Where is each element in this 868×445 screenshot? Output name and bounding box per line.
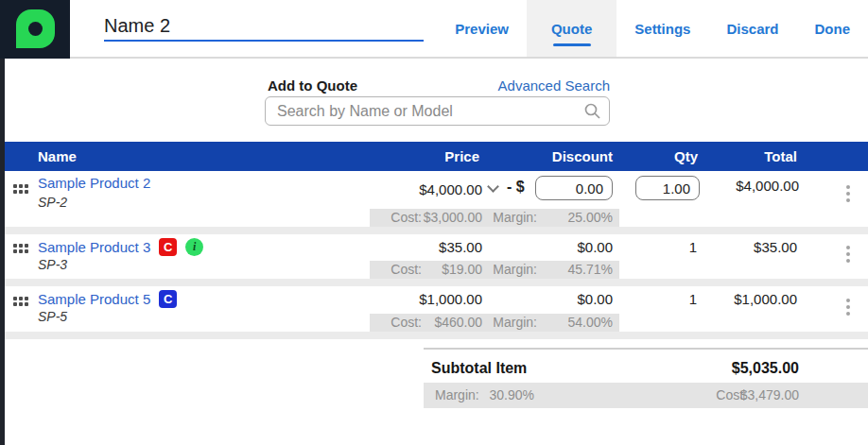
product-model: SP-2 xyxy=(38,195,67,210)
cost-value: $19.00 xyxy=(442,261,482,279)
app-logo-icon xyxy=(16,9,55,48)
search-icon xyxy=(584,103,600,119)
discount-input[interactable] xyxy=(535,176,613,200)
subtotal-cost-margin-band: Margin: 30.90% Cost: $3,479.00 xyxy=(424,383,868,408)
row-divider xyxy=(5,279,868,286)
tab-preview[interactable]: Preview xyxy=(437,0,527,57)
row-menu-icon[interactable] xyxy=(844,183,852,204)
cost-margin-band: Cost: $3,000.00 Margin: 25.00% xyxy=(370,209,619,227)
column-header-price: Price xyxy=(444,142,479,171)
configurable-badge[interactable]: C xyxy=(159,290,177,308)
drag-handle-icon[interactable] xyxy=(13,184,28,194)
advanced-search-link[interactable]: Advanced Search xyxy=(498,77,610,94)
subtotal-margin-value: 30.90% xyxy=(490,383,534,408)
table-row: Sample Product 3 C i SP-3 $35.00 $0.00 1… xyxy=(0,234,868,279)
table-row: Sample Product 2 SP-2 $4,000.00 - $ $4,0… xyxy=(0,171,868,227)
qty-input[interactable] xyxy=(635,176,700,200)
column-header-total: Total xyxy=(764,142,797,171)
add-to-quote-label: Add to Quote xyxy=(268,77,357,94)
row-divider xyxy=(5,227,868,234)
row-divider xyxy=(5,332,868,339)
drag-handle-icon[interactable] xyxy=(13,297,28,306)
quote-name-input[interactable] xyxy=(104,11,424,42)
margin-value: 25.00% xyxy=(568,209,613,227)
discount-value: $0.00 xyxy=(577,291,613,307)
margin-value: 54.00% xyxy=(568,314,613,332)
info-icon[interactable]: i xyxy=(185,238,203,256)
tab-done[interactable]: Done xyxy=(797,0,868,57)
tab-quote[interactable]: Quote xyxy=(527,0,616,57)
discount-prefix: - $ xyxy=(507,179,525,196)
header-tabs: Preview Quote Settings Discard Done xyxy=(437,0,868,57)
subtotal-total: $5,035.00 xyxy=(732,360,799,377)
price-value: $4,000.00 xyxy=(419,181,482,197)
discount-value: $0.00 xyxy=(577,239,613,255)
product-search xyxy=(265,96,610,126)
cost-margin-band: Cost: $460.00 Margin: 54.00% xyxy=(370,314,619,332)
subtotal-margin-label: Margin: xyxy=(435,383,479,408)
column-header-discount: Discount xyxy=(552,142,613,171)
margin-label: Margin: xyxy=(493,209,537,227)
left-edge-strip xyxy=(0,59,5,445)
subtotal-divider xyxy=(424,348,868,350)
price-value: $1,000.00 xyxy=(419,291,482,307)
table-header: Name Price Discount Qty Total xyxy=(0,142,868,171)
total-value: $4,000.00 xyxy=(736,178,799,194)
margin-label: Margin: xyxy=(493,314,537,332)
cost-label: Cost: xyxy=(391,261,422,279)
product-link[interactable]: Sample Product 3 xyxy=(38,239,150,255)
cost-value: $3,000.00 xyxy=(424,209,482,227)
tab-settings[interactable]: Settings xyxy=(616,0,708,57)
drag-handle-icon[interactable] xyxy=(13,244,28,253)
row-menu-icon[interactable] xyxy=(844,244,852,265)
row-menu-icon[interactable] xyxy=(844,297,852,317)
quote-editor-page: Preview Quote Settings Discard Done Add … xyxy=(0,0,868,445)
product-link[interactable]: Sample Product 2 xyxy=(38,175,150,191)
top-bar: Preview Quote Settings Discard Done xyxy=(0,0,868,59)
tab-discard[interactable]: Discard xyxy=(708,0,796,57)
product-model: SP-3 xyxy=(38,257,67,272)
active-tab-underline xyxy=(553,43,591,46)
margin-value: 45.71% xyxy=(568,261,613,279)
qty-value: 1 xyxy=(689,291,697,307)
total-value: $35.00 xyxy=(754,239,797,255)
total-value: $1,000.00 xyxy=(734,291,797,307)
configurable-badge[interactable]: C xyxy=(159,238,177,256)
column-header-name: Name xyxy=(38,142,77,171)
table-row: Sample Product 5 C SP-5 $1,000.00 $0.00 … xyxy=(0,286,868,332)
qty-value: 1 xyxy=(689,239,697,255)
margin-label: Margin: xyxy=(493,261,537,279)
product-model: SP-5 xyxy=(38,309,67,324)
app-logo[interactable] xyxy=(0,0,70,59)
column-header-qty: Qty xyxy=(674,142,698,171)
subtotal-cost-value: $3,479.00 xyxy=(740,383,799,408)
cost-label: Cost: xyxy=(391,209,422,227)
cost-margin-band: Cost: $19.00 Margin: 45.71% xyxy=(370,261,619,279)
search-input[interactable] xyxy=(265,96,610,126)
subtotal-label: Subtotal Item xyxy=(431,360,527,377)
cost-label: Cost: xyxy=(391,314,422,332)
cost-value: $460.00 xyxy=(434,314,482,332)
product-link[interactable]: Sample Product 5 xyxy=(38,291,150,307)
chevron-down-icon[interactable] xyxy=(489,182,497,191)
price-value: $35.00 xyxy=(439,239,482,255)
